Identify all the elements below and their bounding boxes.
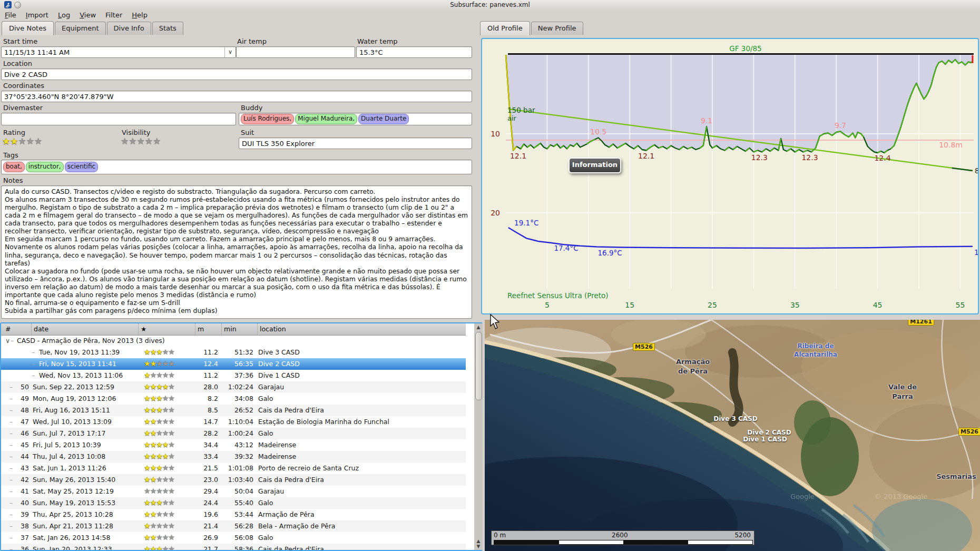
column-header-min[interactable]: min bbox=[221, 323, 237, 335]
dive-site-marker[interactable]: Dive 1 CASD bbox=[743, 436, 787, 443]
menu-file[interactable]: File bbox=[0, 10, 21, 20]
dive-site-marker[interactable]: Dive 3 CASD bbox=[713, 415, 757, 422]
profile-plot[interactable]: 102051525354555Reefnet Sensus Ultra (Pre… bbox=[482, 39, 978, 313]
tags-field[interactable]: boat,instructor,scientific bbox=[1, 160, 472, 174]
chevron-down-icon[interactable]: ∨ bbox=[224, 47, 236, 57]
scroll-up-icon[interactable]: ▲ bbox=[474, 324, 483, 330]
dive-list-header[interactable]: #date★mminlocation bbox=[1, 323, 466, 336]
coordinates-field[interactable] bbox=[1, 91, 472, 102]
dive-duration: 56:28 bbox=[220, 520, 253, 532]
star-icon: ★ bbox=[156, 452, 162, 460]
tab-equipment[interactable]: Equipment bbox=[55, 22, 106, 35]
dive-number: 43 bbox=[1, 463, 29, 474]
menu-filter[interactable]: Filter bbox=[101, 10, 127, 20]
dive-list[interactable]: #date★mminlocation ∨–CASD - Armação de P… bbox=[0, 322, 483, 551]
dive-row[interactable]: –49Mon, Aug 19, 2013 12:06★★★★★8.234:08G… bbox=[1, 393, 466, 405]
tab-stats[interactable]: Stats bbox=[152, 22, 183, 35]
dive-duration: 26:52 bbox=[220, 405, 253, 416]
map-place-label: Alcantarilha bbox=[794, 351, 837, 358]
information-button[interactable]: Information bbox=[569, 158, 621, 173]
column-header-num[interactable]: # bbox=[3, 323, 11, 335]
water-temp-field[interactable] bbox=[356, 46, 472, 58]
dive-row[interactable]: –42Sun, May 26, 2013 15:40★★★★★23.01:03:… bbox=[1, 474, 466, 486]
star-icon: ★ bbox=[145, 136, 153, 146]
suit-field[interactable] bbox=[239, 137, 472, 149]
column-header-date[interactable]: date bbox=[31, 323, 48, 335]
dive-row[interactable]: –41Sat, May 25, 2013 12:19★★★★★29.450:04… bbox=[1, 486, 466, 497]
rating-stars[interactable]: ★★★★★ bbox=[2, 136, 42, 146]
tab-dive-info[interactable]: Dive Info bbox=[107, 22, 151, 35]
dive-row[interactable]: –43Sat, Jun 1, 2013 11:26★★★★★21.51:01:0… bbox=[1, 463, 466, 474]
dive-duration: 51:32 bbox=[220, 347, 253, 358]
dive-row[interactable]: –40Sun, May 19, 2013 15:53★★★★★24.455:40… bbox=[1, 497, 466, 509]
star-icon: ★ bbox=[156, 382, 162, 391]
dive-site-map[interactable]: Armaçãode PêraRibeira deAlcantarilhaVale… bbox=[485, 320, 980, 551]
tab-new-profile[interactable]: New Profile bbox=[531, 22, 583, 35]
buddy-field[interactable]: Luís Rodrigues,Miguel Madureira,Duarte D… bbox=[239, 113, 472, 125]
scroll-arrows[interactable]: ▲ ▼ bbox=[474, 538, 483, 549]
dive-depth: 28.2 bbox=[185, 428, 218, 439]
dive-row[interactable]: –36Sun, Jan 20, 2013 12:33★★★★★21.758:36… bbox=[1, 544, 466, 551]
map-place-label: Parra bbox=[892, 392, 913, 400]
dive-site-marker[interactable]: Dive 2 CASD bbox=[747, 429, 791, 436]
menu-view[interactable]: View bbox=[75, 10, 101, 20]
air-temp-field[interactable] bbox=[236, 46, 355, 58]
dive-list-scrollbar[interactable]: ▲ ▲ ▼ bbox=[474, 323, 483, 550]
menu-help[interactable]: Help bbox=[127, 10, 152, 20]
scroll-down-icon[interactable]: ▼ bbox=[474, 544, 483, 549]
dive-row[interactable]: –50Sun, Sep 22, 2013 12:59★★★★★28.01:02:… bbox=[1, 381, 466, 393]
trip-row[interactable]: ∨–CASD - Armação de Pêra, Nov 2013 (3 di… bbox=[1, 335, 466, 347]
star-icon: ★ bbox=[10, 136, 18, 146]
dive-profile-chart[interactable]: 102051525354555Reefnet Sensus Ultra (Pre… bbox=[481, 38, 979, 314]
tab-old-profile[interactable]: Old Profile bbox=[480, 21, 530, 35]
star-icon: ★ bbox=[150, 522, 156, 530]
window-menu-ball-icon[interactable] bbox=[14, 2, 21, 8]
column-header-location[interactable]: location bbox=[257, 323, 286, 335]
depth-annotation: 12.3 bbox=[801, 153, 818, 162]
scrollbar-thumb[interactable] bbox=[475, 332, 482, 400]
menu-import[interactable]: Import bbox=[21, 10, 53, 20]
dive-row[interactable]: –38Sun, Apr 21, 2013 11:28★★★★★21.456:28… bbox=[1, 520, 466, 532]
star-icon: ★ bbox=[156, 371, 162, 379]
location-field[interactable] bbox=[1, 68, 472, 80]
divemaster-field[interactable] bbox=[1, 113, 236, 125]
title-bar[interactable]: Subsurface: paneves.xml bbox=[0, 0, 980, 9]
column-header-★[interactable]: ★ bbox=[138, 323, 146, 335]
star-icon: ★ bbox=[121, 136, 129, 146]
dive-row[interactable]: –44Thu, Jul 4, 2013 10:08★★★★★33.439:32M… bbox=[1, 451, 466, 463]
dive-row[interactable]: –47Wed, Jul 10, 2013 13:09★★★★★14.71:10:… bbox=[1, 416, 466, 428]
star-icon: ★ bbox=[156, 394, 162, 402]
dive-duration: 1:00:24 bbox=[220, 428, 253, 439]
depth-tick-label: 20 bbox=[491, 209, 500, 217]
dive-location: Armação de Pêra bbox=[258, 509, 315, 520]
dive-row[interactable]: –46Sun, Jul 7, 2013 17:17★★★★★28.21:00:2… bbox=[1, 428, 466, 439]
dive-row[interactable]: –45Fri, Jul 5, 2013 10:39★★★★★34.443:12M… bbox=[1, 439, 466, 451]
dive-row[interactable]: –Tue, Nov 19, 2013 11:39★★★★★11.251:32Di… bbox=[1, 347, 466, 358]
star-icon: ★ bbox=[156, 348, 162, 356]
dive-row[interactable]: –Fri, Nov 15, 2013 11:41★★★★★12.456:35Di… bbox=[1, 358, 466, 370]
star-icon: ★ bbox=[156, 510, 162, 518]
visibility-stars[interactable]: ★★★★★ bbox=[121, 136, 161, 146]
dive-row[interactable]: –37Sat, Jan 26, 2013 14:58★★★★★26.956:08… bbox=[1, 532, 466, 544]
tab-dive-notes[interactable]: Dive Notes bbox=[2, 21, 54, 35]
dive-row[interactable]: –48Fri, Aug 16, 2013 15:11★★★★★8.526:52C… bbox=[1, 405, 466, 416]
collapse-icon[interactable]: ∨ bbox=[5, 335, 10, 347]
dive-rating: ★★★★★ bbox=[135, 393, 183, 405]
dive-row[interactable]: –39Thu, Apr 25, 2013 10:28★★★★★19.653:44… bbox=[1, 509, 466, 520]
dive-number: 48 bbox=[1, 405, 29, 416]
notes-textarea[interactable]: Aula do curso CASD. Transectos c/video e… bbox=[1, 185, 472, 319]
scroll-up-icon[interactable]: ▲ bbox=[474, 538, 483, 544]
dive-depth: 29.4 bbox=[185, 486, 218, 497]
column-header-m[interactable]: m bbox=[195, 323, 204, 335]
menu-log[interactable]: Log bbox=[53, 10, 75, 20]
start-time-combobox[interactable]: 11/15/13 11:41 AM ∨ bbox=[1, 46, 236, 58]
pill-miguel-madureira: Miguel Madureira, bbox=[295, 114, 357, 124]
dive-date: Sun, Sep 22, 2013 12:59 bbox=[33, 381, 114, 393]
trip-label: CASD - Armação de Pêra, Nov 2013 (3 dive… bbox=[17, 335, 165, 347]
dive-number: 45 bbox=[1, 439, 29, 451]
dive-duration: 55:40 bbox=[220, 497, 253, 509]
temperature-label: 16.9°C bbox=[597, 249, 622, 257]
profile-light-segment bbox=[836, 132, 840, 133]
air-temp-label: Air temp bbox=[237, 37, 267, 45]
dive-row[interactable]: –Wed, Nov 13, 2013 11:06★★★★★11.237:36Di… bbox=[1, 370, 466, 381]
